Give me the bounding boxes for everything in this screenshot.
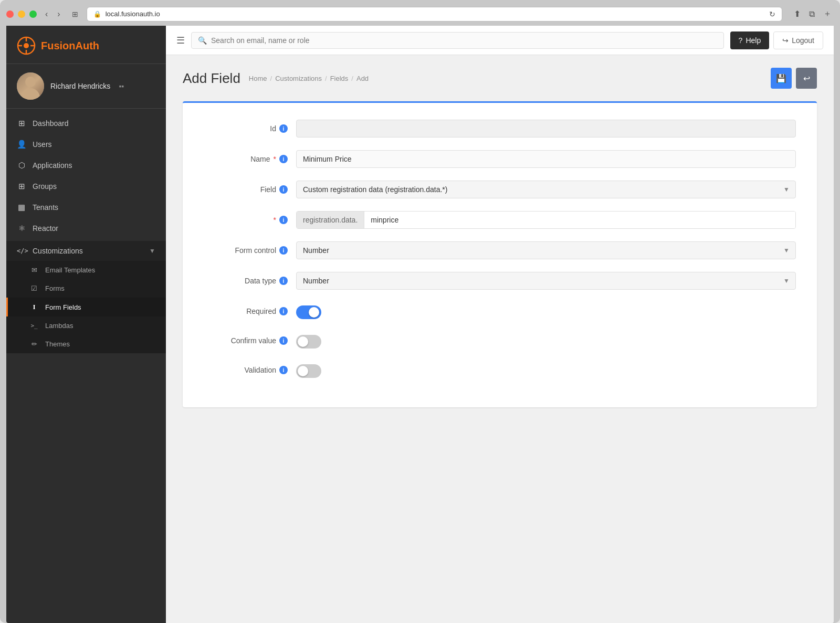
sidebar-item-forms[interactable]: ☑ Forms [6, 279, 166, 298]
forms-label: Forms [45, 284, 65, 292]
dashboard-label: Dashboard [33, 119, 155, 128]
sidebar-item-tenants[interactable]: ▦ Tenants [6, 197, 166, 218]
main-content: ☰ 🔍 ? Help ↪ Logout [166, 26, 834, 623]
breadcrumb-customizations[interactable]: Customizations [275, 75, 322, 82]
key-control-wrap: registration.data. [296, 211, 796, 229]
key-input[interactable] [364, 212, 795, 228]
tenants-icon: ▦ [17, 203, 26, 212]
forward-nav-button[interactable]: › [54, 8, 63, 20]
add-tab-button[interactable]: ＋ [821, 6, 834, 22]
help-button[interactable]: ? Help [730, 31, 770, 49]
customizations-parent[interactable]: </> Customizations ▼ [6, 241, 166, 261]
reload-button[interactable]: ↻ [769, 10, 775, 18]
name-required: * [274, 155, 276, 163]
applications-icon: ⬡ [17, 161, 26, 170]
field-info-icon[interactable]: i [279, 185, 288, 194]
logo-auth: Auth [76, 40, 100, 51]
lambdas-icon: >_ [29, 322, 39, 329]
required-control-wrap [296, 302, 796, 319]
help-circle-icon: ? [739, 36, 743, 45]
back-nav-button[interactable]: ‹ [42, 8, 51, 20]
name-label: Name [250, 155, 270, 163]
confirm-value-toggle[interactable] [296, 335, 321, 349]
sidebar-logo: FusionAuth [6, 26, 166, 64]
address-url: local.fusionauth.io [106, 10, 765, 18]
id-input[interactable] [296, 120, 796, 138]
form-row-validation: Validation i [204, 361, 796, 378]
data-type-info-icon[interactable]: i [279, 277, 288, 285]
sidebar-toggle-button[interactable]: ⊞ [69, 9, 81, 19]
sidebar-item-email-templates[interactable]: ✉ Email Templates [6, 261, 166, 279]
breadcrumb: Home / Customizations / Fields / Add [249, 75, 369, 82]
back-icon: ↩ [803, 73, 810, 83]
key-input-wrap: registration.data. [296, 211, 796, 229]
forms-icon: ☑ [29, 284, 39, 292]
data-type-select[interactable]: String Number Boolean [296, 272, 796, 290]
breadcrumb-sep-2: / [325, 75, 327, 82]
form-control-info-icon[interactable]: i [279, 246, 288, 255]
logout-button[interactable]: ↪ Logout [773, 31, 823, 49]
search-input[interactable] [211, 36, 717, 45]
name-input[interactable] [296, 150, 796, 168]
topbar-actions: ? Help ↪ Logout [730, 31, 823, 49]
customizations-icon: </> [17, 247, 26, 255]
name-control-wrap [296, 150, 796, 168]
id-info-icon[interactable]: i [279, 124, 288, 133]
required-toggle-slider [296, 305, 321, 319]
field-control-wrap: Custom registration data (registration.d… [296, 181, 796, 198]
search-bar[interactable]: 🔍 [191, 32, 724, 49]
sidebar-item-reactor[interactable]: ⚛ Reactor [6, 218, 166, 239]
sidebar-user[interactable]: Richard Hendricks ▪▪ [6, 64, 166, 109]
sidebar-item-groups[interactable]: ⊞ Groups [6, 176, 166, 197]
lambdas-label: Lambdas [45, 322, 73, 330]
form-fields-label: Form Fields [45, 303, 81, 311]
validation-label: Validation [245, 366, 276, 374]
sidebar-item-applications[interactable]: ⬡ Applications [6, 155, 166, 176]
user-card-icon: ▪▪ [119, 82, 124, 90]
sidebar-item-lambdas[interactable]: >_ Lambdas [6, 316, 166, 335]
sidebar-item-form-fields[interactable]: I Form Fields [6, 298, 166, 316]
back-button[interactable]: ↩ [796, 68, 817, 89]
sidebar-item-themes[interactable]: ✏ Themes [6, 335, 166, 353]
breadcrumb-home[interactable]: Home [249, 75, 267, 82]
form-row-data-type: Data type i String Number Boolean ▼ [204, 272, 796, 290]
form-control-select[interactable]: Text Number Checkbox Select [296, 241, 796, 259]
field-select[interactable]: Custom registration data (registration.d… [296, 181, 796, 198]
logo-fusion: Fusion [41, 40, 76, 51]
customizations-section: </> Customizations ▼ ✉ Email Templates ☑… [6, 241, 166, 353]
users-label: Users [33, 140, 155, 149]
required-toggle[interactable] [296, 305, 321, 319]
help-label: Help [746, 36, 761, 45]
validation-toggle[interactable] [296, 364, 321, 378]
form-control-label: Form control [235, 246, 276, 255]
name-info-icon[interactable]: i [279, 155, 288, 163]
save-button[interactable]: 💾 [771, 68, 792, 89]
breadcrumb-add: Add [356, 75, 369, 82]
traffic-light-maximize[interactable] [29, 10, 37, 18]
traffic-light-close[interactable] [6, 10, 14, 18]
add-field-form: Id i Name * i [183, 101, 817, 407]
themes-label: Themes [45, 340, 70, 348]
sidebar-item-users[interactable]: 👤 Users [6, 134, 166, 155]
share-button[interactable]: ⬆ [792, 6, 803, 22]
key-info-icon[interactable]: i [279, 216, 288, 224]
breadcrumb-fields[interactable]: Fields [330, 75, 349, 82]
field-label-wrap: Field i [204, 181, 288, 194]
save-icon: 💾 [776, 73, 786, 83]
validation-info-icon[interactable]: i [279, 366, 288, 374]
menu-icon[interactable]: ☰ [176, 35, 185, 46]
sidebar-item-dashboard[interactable]: ⊞ Dashboard [6, 113, 166, 134]
customizations-children: ✉ Email Templates ☑ Forms I Form Fields [6, 261, 166, 353]
confirm-value-label-wrap: Confirm value i [204, 332, 288, 345]
confirm-value-info-icon[interactable]: i [279, 336, 288, 345]
topbar: ☰ 🔍 ? Help ↪ Logout [166, 26, 834, 55]
form-fields-icon: I [29, 303, 39, 311]
id-label: Id [270, 124, 276, 133]
required-info-icon[interactable]: i [279, 307, 288, 315]
search-icon: 🔍 [198, 36, 207, 45]
reactor-icon: ⚛ [17, 224, 26, 233]
new-tab-button[interactable]: ⧉ [807, 6, 817, 22]
reactor-label: Reactor [33, 224, 155, 233]
traffic-light-minimize[interactable] [18, 10, 25, 18]
required-label: Required [246, 307, 276, 315]
